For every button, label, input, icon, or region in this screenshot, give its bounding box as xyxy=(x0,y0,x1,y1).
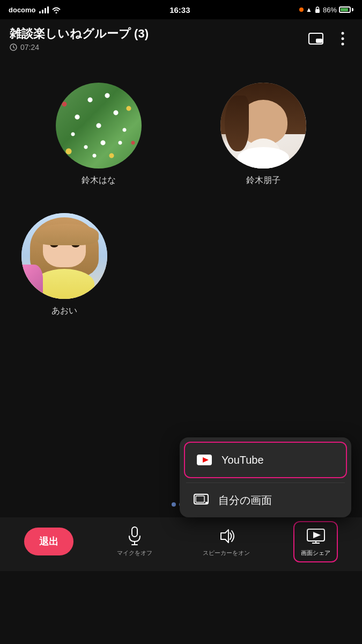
mic-label: マイクをオフ xyxy=(117,549,152,557)
status-right: ▲ 86% xyxy=(299,6,353,14)
svg-rect-0 xyxy=(315,9,320,13)
screen-share-label: 画面シェア xyxy=(301,549,330,557)
participant-name-suzuki-hana: 鈴木はな xyxy=(82,175,116,186)
battery-percent: 86% xyxy=(323,6,337,14)
screen-share-icon xyxy=(193,492,210,509)
status-left: docomo xyxy=(9,6,61,14)
svg-point-6 xyxy=(342,43,344,46)
participant-suzuki-tomoko: 鈴木朋子 xyxy=(181,72,346,197)
avatar-suzuki-tomoko xyxy=(220,83,306,169)
svg-rect-3 xyxy=(316,39,322,43)
popup-item-screen[interactable]: 自分の画面 xyxy=(180,483,351,517)
call-duration: 07:24 xyxy=(10,43,149,52)
more-options-button[interactable] xyxy=(333,29,352,48)
speaker-button[interactable]: スピーカーをオン xyxy=(196,522,256,561)
avatar-aoi xyxy=(21,213,107,299)
screen-share-button[interactable]: 画面シェア xyxy=(293,521,338,562)
call-area: 鈴木はな 鈴木朋子 xyxy=(0,56,362,571)
wifi-icon xyxy=(52,6,61,13)
svg-marker-15 xyxy=(221,530,228,543)
lock-icon xyxy=(314,6,321,13)
bottom-toolbar: 退出 マイクをオフ スピーカー xyxy=(0,517,362,571)
participant-name-aoi: あおい xyxy=(51,305,77,317)
signal-bars xyxy=(39,6,49,13)
clock-icon xyxy=(10,43,17,51)
avatar-suzuki-hana xyxy=(56,83,142,169)
speaker-icon xyxy=(217,526,236,546)
svg-point-4 xyxy=(342,32,344,35)
svg-marker-17 xyxy=(313,532,321,538)
youtube-icon xyxy=(196,451,213,469)
exit-label: 退出 xyxy=(39,535,58,548)
status-bar: docomo 16:33 ▲ 86% xyxy=(0,0,362,19)
participant-aoi: あおい xyxy=(16,202,113,327)
mic-icon xyxy=(125,526,144,546)
svg-rect-10 xyxy=(196,496,204,502)
popup-item-youtube[interactable]: YouTube xyxy=(184,442,347,478)
share-popup-menu: YouTube 自分の画面 xyxy=(180,437,351,517)
speaker-label: スピーカーをオン xyxy=(203,549,250,557)
header-icons[interactable] xyxy=(306,29,352,48)
recording-dot xyxy=(299,8,304,12)
pip-button[interactable] xyxy=(306,29,326,48)
mic-button[interactable]: マイクをオフ xyxy=(110,522,159,561)
svg-rect-12 xyxy=(132,527,137,537)
svg-point-5 xyxy=(342,38,344,40)
svg-rect-11 xyxy=(205,502,208,503)
call-header: 雑談楽しいねグループ (3) 07:24 xyxy=(0,19,362,56)
popup-youtube-label: YouTube xyxy=(221,454,264,466)
participants-grid: 鈴木はな 鈴木朋子 xyxy=(0,67,362,202)
popup-screen-label: 自分の画面 xyxy=(218,493,272,508)
status-time: 16:33 xyxy=(169,5,190,14)
screen-share-toolbar-icon xyxy=(306,526,326,546)
carrier-label: docomo xyxy=(9,6,36,14)
participant-name-suzuki-tomoko: 鈴木朋子 xyxy=(246,175,280,186)
battery-indicator xyxy=(339,6,353,13)
participant-suzuki-hana: 鈴木はな xyxy=(16,72,181,197)
participant-row-2: あおい xyxy=(0,202,362,327)
call-title: 雑談楽しいねグループ (3) xyxy=(10,27,149,41)
exit-button[interactable]: 退出 xyxy=(24,528,73,555)
location-icon: ▲ xyxy=(306,6,312,13)
